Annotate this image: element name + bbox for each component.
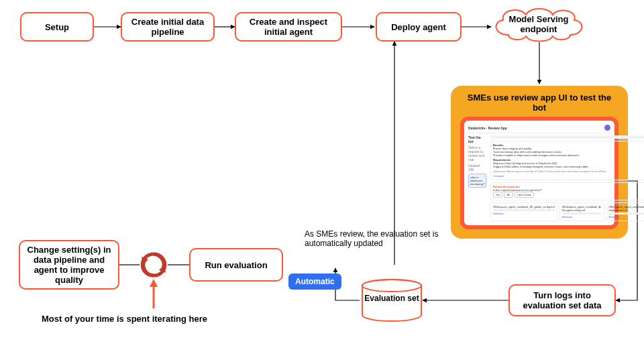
node-create-agent: Create and inspect initial agent: [235, 12, 342, 42]
avatar: [604, 125, 610, 131]
node-run-evaluation: Run evaluation: [189, 248, 283, 282]
node-setup: Setup: [20, 12, 94, 42]
node-create-agent-label: Create and inspect initial agent: [241, 17, 335, 37]
node-model-serving-label: Model Serving endpoint: [495, 14, 582, 34]
automatic-badge: Automatic: [288, 274, 341, 290]
node-turn-logs: Turn logs into evaluation set data: [508, 284, 616, 316]
node-evaluation-set-label: Evaluation set: [364, 294, 419, 303]
node-change-settings: Change setting(s) in data pipeline and a…: [19, 240, 119, 290]
sme-review-note: As SMEs review, the evaluation set is au…: [305, 229, 439, 248]
node-turn-logs-label: Turn logs into evaluation set data: [515, 290, 609, 310]
node-run-evaluation-label: Run evaluation: [205, 260, 267, 270]
review-app-screenshot: Databricks · Review App Test the bot Sel…: [460, 117, 619, 229]
cycle-arrows-icon: [140, 251, 168, 282]
node-evaluation-set: Evaluation set: [361, 279, 423, 322]
node-setup-label: Setup: [45, 22, 69, 32]
feedback-no: No: [504, 192, 513, 198]
node-create-pipeline-label: Create initial data pipeline: [127, 17, 208, 37]
node-create-pipeline: Create initial data pipeline: [121, 12, 215, 42]
node-deploy-agent-label: Deploy agent: [391, 22, 446, 32]
feedback-yes: Yes: [493, 192, 503, 198]
query-item: what is lakehouse monitoring?: [468, 174, 486, 188]
sme-review-panel: SMEs use review app UI to test the bot D…: [451, 86, 628, 239]
node-change-settings-label: Change setting(s) in data pipeline and a…: [25, 245, 113, 285]
node-deploy-agent: Deploy agent: [376, 12, 462, 42]
node-model-serving-cloud: Model Serving endpoint: [488, 5, 589, 43]
sme-panel-title: SMEs use review app UI to test the bot: [460, 93, 619, 113]
feedback-idk: I don't know: [515, 192, 534, 198]
iterate-note: Most of your time is spent iterating her…: [42, 314, 207, 324]
